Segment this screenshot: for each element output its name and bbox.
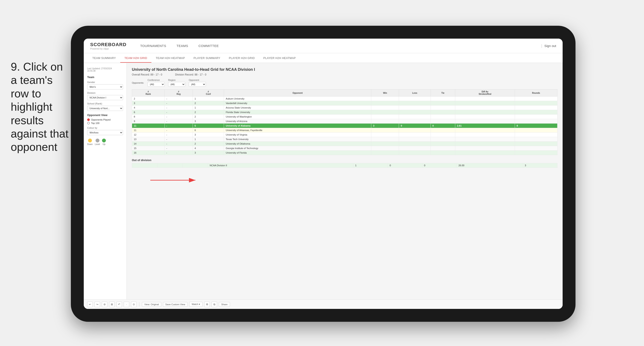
sidebar-timestamp: Last Updated: 27/03/2024 16:55:38 xyxy=(87,67,123,72)
region-select[interactable]: (All) xyxy=(168,82,185,87)
share-button[interactable]: Share xyxy=(219,302,230,307)
tablet-screen: SCOREBOARD Powered by clippi TOURNAMENTS… xyxy=(84,39,562,309)
clock-button[interactable]: ⊙ xyxy=(131,302,136,307)
cell-conf: 2 xyxy=(192,115,224,119)
top-100-radio[interactable]: Top 100 xyxy=(87,122,123,124)
cell-win xyxy=(371,101,399,105)
tab-team-h2h-heatmap[interactable]: TEAM H2H HEATMAP xyxy=(152,54,189,62)
cell-diff xyxy=(455,115,515,119)
step-number: 9. xyxy=(11,60,20,73)
table-row[interactable]: 13-1Texas Tech University xyxy=(132,137,558,142)
opponent-select[interactable]: (All) xyxy=(189,82,206,87)
cell-rank: 16 xyxy=(132,151,165,155)
cell-conf: 1 xyxy=(192,96,224,101)
cell-win xyxy=(371,115,399,119)
cell-loss xyxy=(399,137,431,142)
col-rank: #Rank xyxy=(132,89,165,96)
cell-rounds xyxy=(515,151,557,155)
cell-loss xyxy=(399,115,431,119)
table-row[interactable]: 4-1Arizona State University xyxy=(132,105,558,110)
table-row[interactable]: 8-2University of Washington xyxy=(132,115,558,119)
cell-reg: - xyxy=(164,133,192,137)
colour-by-select[interactable]: Win/loss xyxy=(87,130,123,135)
cell-win xyxy=(371,151,399,155)
division-select[interactable]: NCAA Division I xyxy=(87,95,123,100)
step-text: Click on a team's row to highlight resul… xyxy=(11,60,68,153)
out-of-division-header: Out of division xyxy=(132,159,558,162)
tab-team-summary[interactable]: TEAM SUMMARY xyxy=(88,54,120,62)
gender-label: Gender xyxy=(87,81,123,83)
cell-win: 3 xyxy=(371,124,399,128)
cell-win xyxy=(371,110,399,115)
tab-team-h2h-grid[interactable]: TEAM H2H GRID xyxy=(120,54,152,63)
nav-tournaments[interactable]: TOURNAMENTS xyxy=(135,42,171,49)
instruction-text: 9. Click on a team's row to highlight re… xyxy=(11,60,71,154)
school-select[interactable]: University of Nort... xyxy=(87,106,123,111)
bottom-toolbar: ↩ ↪ ⊘ ⊞ ↶ · ⊙ View: Original Save Custom… xyxy=(127,300,562,309)
opponent-view-label: Opponent View xyxy=(87,113,123,117)
cell-tie: 0 xyxy=(430,124,455,128)
cell-conf: 3 xyxy=(192,151,224,155)
cell-rounds xyxy=(515,133,557,137)
gender-select[interactable]: Men's xyxy=(87,84,123,89)
cell-loss xyxy=(399,133,431,137)
nav-teams[interactable]: TEAMS xyxy=(171,42,193,49)
cell-conf: 1 xyxy=(192,137,224,142)
cell-opponent: University of Arkansas, Fayetteville xyxy=(224,128,371,133)
region-filter: Region (All) xyxy=(168,79,185,87)
dot-button[interactable]: · xyxy=(127,302,129,307)
table-row[interactable]: 12-3University of Virginia xyxy=(132,133,558,137)
table-row[interactable]: 15-4Georgia Institute of Technology xyxy=(132,146,558,151)
table-row[interactable]: 16-3University of Florida xyxy=(132,151,558,155)
watch-button[interactable]: Watch ▾ xyxy=(189,302,202,307)
tab-player-h2h-grid[interactable]: PLAYER H2H GRID xyxy=(224,54,259,62)
table-row[interactable]: 14-2University of Oklahoma xyxy=(132,142,558,146)
col-loss: Loss xyxy=(399,89,431,96)
table-row[interactable]: 3-2Vanderbilt University xyxy=(132,101,558,105)
cell-tie xyxy=(430,115,455,119)
cell-tie xyxy=(430,128,455,133)
cell-opponent: University of Virginia xyxy=(224,133,371,137)
cell-loss xyxy=(399,105,431,110)
table-row[interactable]: 11-5University of Alabama3002.618 xyxy=(132,124,558,128)
col-diff: Diff AvStrokes/Rnd xyxy=(455,89,515,96)
cell-opponent: Texas Tech University xyxy=(224,137,371,142)
sign-out-button[interactable]: Sign out xyxy=(544,44,556,48)
division-label: Division xyxy=(87,92,123,94)
cell-rank: 11 xyxy=(132,124,165,128)
cell-rank: 12 xyxy=(132,133,165,137)
view-original-button[interactable]: View: Original xyxy=(142,302,161,307)
copy-button[interactable]: ⧉ xyxy=(212,302,217,307)
cell-tie xyxy=(430,101,455,105)
tab-player-h2h-heatmap[interactable]: PLAYER H2H HEATMAP xyxy=(259,54,300,62)
table-row[interactable]: 9-3University of Arizona xyxy=(132,119,558,124)
division-record: Division Record: 88 - 17 - 0 xyxy=(175,73,206,76)
cell-reg: - xyxy=(164,105,192,110)
tab-player-summary[interactable]: PLAYER SUMMARY xyxy=(189,54,224,62)
table-row[interactable]: 2-1Auburn University xyxy=(132,96,558,101)
nav-committee[interactable]: COMMITTEE xyxy=(193,42,224,49)
tablet-frame: SCOREBOARD Powered by clippi TOURNAMENTS… xyxy=(71,26,576,322)
col-rounds: Rounds xyxy=(515,89,557,96)
out-div-conf xyxy=(182,163,208,168)
opponents-played-radio[interactable]: Opponents Played xyxy=(87,118,123,121)
conference-filter-label: Conference xyxy=(148,79,165,81)
conference-select[interactable]: (All) xyxy=(148,82,165,87)
settings-button[interactable]: ⚙ xyxy=(204,302,210,307)
cell-diff xyxy=(455,146,515,151)
cell-opponent: Florida State University xyxy=(224,110,371,115)
cell-opponent: Vanderbilt University xyxy=(224,101,371,105)
cell-diff: 2.61 xyxy=(455,124,515,128)
cell-reg: - xyxy=(164,128,192,133)
save-custom-view-button[interactable]: Save Custom View xyxy=(163,302,188,307)
cell-loss xyxy=(399,101,431,105)
table-row[interactable]: 6-2Florida State University xyxy=(132,110,558,115)
cell-rank: 8 xyxy=(132,115,165,119)
cell-win xyxy=(371,128,399,133)
out-of-division-row[interactable]: NCAA Division II 1 0 0 26.00 3 xyxy=(132,163,558,168)
filters-row: Opponents: Conference (All) Region (All) xyxy=(132,79,558,87)
cell-opponent: Georgia Institute of Technology xyxy=(224,146,371,151)
table-row[interactable]: 11-6University of Arkansas, Fayetteville xyxy=(132,128,558,133)
cell-rank: 14 xyxy=(132,142,165,146)
cell-rounds xyxy=(515,128,557,133)
